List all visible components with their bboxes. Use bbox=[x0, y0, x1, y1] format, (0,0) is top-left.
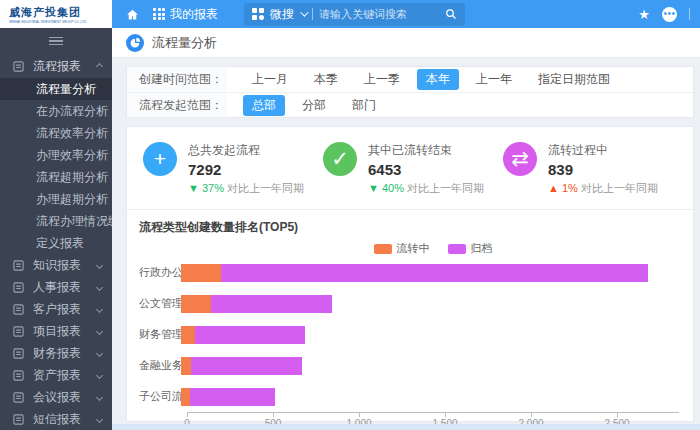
legend-label: 归档 bbox=[471, 241, 493, 256]
chevron-down-icon bbox=[96, 261, 103, 268]
divider bbox=[689, 8, 690, 20]
bar-segment[interactable] bbox=[190, 388, 275, 406]
sidebar-item-process-reports[interactable]: 流程报表 bbox=[0, 54, 112, 78]
bar-track bbox=[181, 357, 679, 375]
divider bbox=[312, 8, 313, 20]
filter-option[interactable]: 上一季 bbox=[355, 69, 409, 90]
horizontal-scrollbar[interactable] bbox=[112, 424, 700, 430]
sidebar-group-item[interactable]: 财务报表 bbox=[0, 342, 112, 364]
home-icon[interactable] bbox=[126, 8, 139, 21]
filter-option[interactable]: 分部 bbox=[293, 95, 335, 116]
chevron-down-icon bbox=[96, 327, 103, 334]
bar-segment[interactable] bbox=[181, 264, 221, 282]
sidebar-collapse-button[interactable] bbox=[0, 28, 112, 54]
report-icon bbox=[13, 348, 24, 359]
bar-row: 公文管理 bbox=[139, 288, 679, 319]
filter-option[interactable]: 上一年 bbox=[467, 69, 521, 90]
wesearch-app-icon[interactable] bbox=[252, 8, 264, 20]
chevron-down-icon[interactable] bbox=[300, 8, 308, 16]
tab-my-reports[interactable]: 我的报表 bbox=[170, 6, 218, 23]
sidebar-submenu-item[interactable]: 流程办理情况统... bbox=[0, 210, 112, 232]
bar-segment[interactable] bbox=[195, 326, 305, 344]
stat-text: 流转过程中839▲ 1% 对比上一年同期 bbox=[548, 142, 658, 196]
filter-option[interactable]: 指定日期范围 bbox=[529, 69, 619, 90]
sidebar-item-label: 知识报表 bbox=[33, 257, 97, 274]
legend-item[interactable]: 归档 bbox=[448, 241, 493, 256]
sidebar-item-label: 会议报表 bbox=[33, 389, 97, 406]
sidebar-submenu-item[interactable]: 流程效率分析 bbox=[0, 122, 112, 144]
trend-compare-label: 对比上一年同期 bbox=[407, 182, 484, 194]
sidebar-item-label: 流程报表 bbox=[33, 58, 97, 75]
bar-segment[interactable] bbox=[181, 295, 211, 313]
bar-category-label: 子公司流程 bbox=[139, 389, 181, 404]
sidebar-submenu-item[interactable]: 流程超期分析 bbox=[0, 166, 112, 188]
bar-segment[interactable] bbox=[221, 264, 648, 282]
plus-icon: + bbox=[143, 142, 177, 176]
sidebar-group-item[interactable]: 项目报表 bbox=[0, 320, 112, 342]
sidebar-group-item[interactable]: 会议报表 bbox=[0, 386, 112, 408]
chevron-down-icon bbox=[96, 393, 103, 400]
grid-apps-icon[interactable] bbox=[153, 8, 165, 20]
stat-card: ✓其中已流转结束6453▼ 40% 对比上一年同期 bbox=[323, 142, 503, 196]
filter-option[interactable]: 上一月 bbox=[243, 69, 297, 90]
search-icon[interactable] bbox=[445, 8, 457, 20]
search-input[interactable] bbox=[319, 8, 439, 20]
sidebar-submenu-item[interactable]: 流程量分析 bbox=[0, 78, 112, 100]
filter-row: 流程发起范围：总部分部部门 bbox=[127, 92, 693, 117]
top-header: 威海产投集团 WEIHAI INDUSTRIAL INVESTMENT GROU… bbox=[0, 0, 700, 28]
more-icon[interactable]: ••• bbox=[662, 7, 677, 22]
legend-swatch bbox=[374, 244, 392, 254]
bar-segment[interactable] bbox=[181, 357, 191, 375]
x-axis-tickmark bbox=[445, 413, 446, 417]
filter-option[interactable]: 本季 bbox=[305, 69, 347, 90]
sidebar-submenu-item[interactable]: 在办流程分析 bbox=[0, 100, 112, 122]
bar-segment[interactable] bbox=[181, 388, 190, 406]
bar-segment[interactable] bbox=[211, 295, 331, 313]
x-axis-tickmark bbox=[273, 413, 274, 417]
legend-item[interactable]: 流转中 bbox=[374, 241, 430, 256]
filter-option[interactable]: 部门 bbox=[343, 95, 385, 116]
filter-row: 创建时间范围：上一月本季上一季本年上一年指定日期范围 bbox=[127, 67, 693, 92]
company-name-en: WEIHAI INDUSTRIAL INVESTMENT GROUP CO.,L… bbox=[9, 20, 86, 22]
sidebar-group-item[interactable]: 短信报表 bbox=[0, 408, 112, 430]
bar-segment[interactable] bbox=[191, 357, 302, 375]
wesearch-label[interactable]: 微搜 bbox=[270, 6, 294, 23]
legend-label: 流转中 bbox=[397, 241, 430, 256]
sidebar-item-label: 客户报表 bbox=[33, 301, 97, 318]
bar-row: 子公司流程 bbox=[139, 381, 679, 412]
stat-trend: ▲ 1% 对比上一年同期 bbox=[548, 181, 658, 196]
trend-percent: 1% bbox=[562, 182, 581, 194]
sidebar-item-label: 资产报表 bbox=[33, 367, 97, 384]
chevron-down-icon bbox=[96, 371, 103, 378]
star-favorite-icon[interactable]: ★ bbox=[638, 7, 650, 22]
sidebar-group-item[interactable]: 知识报表 bbox=[0, 254, 112, 276]
bar-category-label: 行政办公 bbox=[139, 265, 181, 280]
chevron-down-icon bbox=[96, 349, 103, 356]
bar-chart: 行政办公公文管理财务管理金融业务子公司流程 bbox=[139, 257, 679, 412]
report-icon bbox=[13, 392, 24, 403]
stat-text: 其中已流转结束6453▼ 40% 对比上一年同期 bbox=[368, 142, 484, 196]
sidebar-group-item[interactable]: 客户报表 bbox=[0, 298, 112, 320]
filter-option[interactable]: 总部 bbox=[243, 95, 285, 116]
bar-category-label: 金融业务 bbox=[139, 358, 181, 373]
main-area: 流程量分析 创建时间范围：上一月本季上一季本年上一年指定日期范围流程发起范围：总… bbox=[112, 28, 700, 430]
sidebar-submenu-item[interactable]: 定义报表 bbox=[0, 232, 112, 254]
sidebar-submenu-item[interactable]: 办理效率分析 bbox=[0, 144, 112, 166]
sidebar-item-label: 财务报表 bbox=[33, 345, 97, 362]
filter-option[interactable]: 本年 bbox=[417, 69, 459, 90]
trend-arrow-icon: ▼ bbox=[368, 182, 382, 194]
sidebar-submenu-item[interactable]: 办理超期分析 bbox=[0, 188, 112, 210]
sidebar-group-item[interactable]: 资产报表 bbox=[0, 364, 112, 386]
filter-panel: 创建时间范围：上一月本季上一季本年上一年指定日期范围流程发起范围：总部分部部门 bbox=[126, 66, 694, 118]
x-axis-tickmark bbox=[359, 413, 360, 417]
sidebar-group-item[interactable]: 人事报表 bbox=[0, 276, 112, 298]
bar-segment[interactable] bbox=[181, 326, 195, 344]
sidebar: 流程报表 流程量分析在办流程分析流程效率分析办理效率分析流程超期分析办理超期分析… bbox=[0, 28, 112, 430]
report-icon bbox=[13, 304, 24, 315]
stat-value: 6453 bbox=[368, 161, 484, 178]
chevron-down-icon bbox=[96, 283, 103, 290]
sidebar-item-label: 项目报表 bbox=[33, 323, 97, 340]
company-logo: 威海产投集团 WEIHAI INDUSTRIAL INVESTMENT GROU… bbox=[0, 0, 112, 28]
trend-compare-label: 对比上一年同期 bbox=[227, 182, 304, 194]
page-header: 流程量分析 bbox=[112, 28, 700, 58]
